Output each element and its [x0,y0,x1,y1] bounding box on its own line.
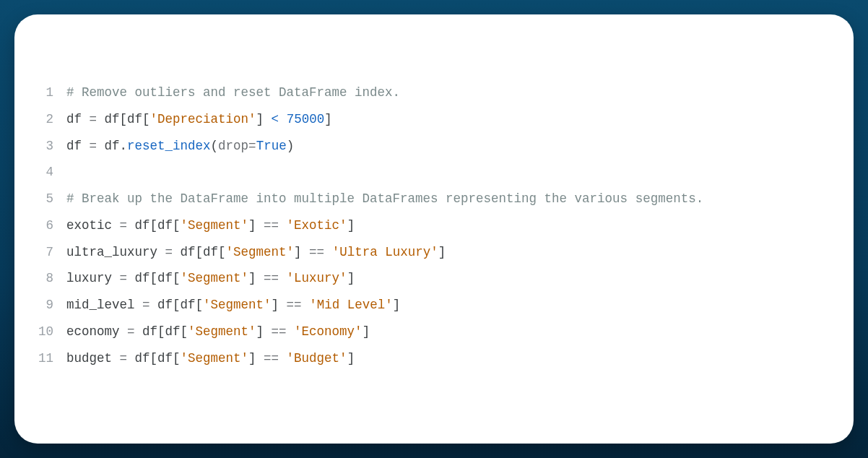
code-token [302,298,310,312]
code-token: = [127,324,135,339]
code-token: ] [324,112,332,126]
code-content: # Break up the DataFrame into multiple D… [66,186,703,212]
code-token: reset_index [127,139,211,153]
line-number: 6 [14,212,66,239]
code-token: 75000 [287,112,325,126]
code-token [279,218,287,233]
code-line: 3df = df.reset_index(drop=True) [14,133,854,160]
code-token: ) [287,139,295,153]
code-token: 'Economy' [294,324,363,339]
code-token: exotic [66,218,120,233]
code-token: == [264,351,279,366]
line-number: 4 [14,159,66,186]
code-content: ultra_luxury = df[df['Segment'] == 'Ultr… [66,239,446,266]
code-token: = [90,112,97,126]
code-token: ] [438,245,446,259]
code-line: 2df = df[df['Depreciation'] < 75000] [14,106,854,133]
code-token: ] [347,271,355,285]
line-number: 1 [14,79,66,106]
code-token: == [264,271,279,285]
code-token: 'Luxury' [287,271,347,285]
code-token: 'Depreciation' [150,112,256,126]
code-line: 9mid_level = df[df['Segment'] == 'Mid Le… [14,292,854,319]
code-token: ( [211,139,219,153]
code-token: = [165,245,173,259]
code-content [66,159,74,186]
code-token: 'Mid Level' [309,298,393,312]
code-token: True [256,139,287,153]
code-token: = [120,271,128,285]
code-token: df [66,112,90,126]
code-token [279,351,287,366]
code-token: df[df[ [135,324,188,339]
line-number: 5 [14,186,66,212]
code-token: ] [393,298,401,312]
code-token: ] [272,298,287,312]
code-token: 'Exotic' [287,218,347,233]
code-token [279,112,287,126]
code-token: 'Budget' [287,351,347,366]
code-token: df [66,139,90,153]
code-token: = [142,298,150,312]
code-token: df[df[ [150,298,204,312]
code-token: df. [97,139,127,153]
line-number: 8 [14,265,66,292]
code-token [324,245,332,259]
code-content: mid_level = df[df['Segment'] == 'Mid Lev… [66,292,400,319]
code-token: ] [294,245,309,259]
line-number: 10 [14,319,66,345]
code-token: 'Segment' [226,245,295,259]
code-token: ] [347,351,355,366]
code-token: luxury [66,271,120,285]
line-number: 3 [14,133,66,160]
code-token: 'Segment' [181,351,249,366]
code-token: == [287,298,302,312]
code-token: ultra_luxury [66,245,165,259]
code-token: 'Ultra Luxury' [332,245,438,259]
code-token: mid_level [66,298,142,312]
code-token: 'Segment' [203,298,272,312]
code-token [279,271,287,285]
code-content: # Remove outliers and reset DataFrame in… [66,79,400,106]
code-token: ] [347,218,355,233]
code-token: ] [248,271,264,285]
line-number: 7 [14,239,66,266]
code-token: = [120,218,128,233]
code-content: budget = df[df['Segment'] == 'Budget'] [66,345,355,372]
code-token: df[df[ [127,351,181,366]
code-line: 5# Break up the DataFrame into multiple … [14,186,854,212]
code-content: df = df[df['Depreciation'] < 75000] [66,106,332,133]
line-number: 9 [14,292,66,319]
code-line: 10economy = df[df['Segment'] == 'Economy… [14,319,854,345]
code-token: # Break up the DataFrame into multiple D… [66,191,703,206]
code-line: 1# Remove outliers and reset DataFrame i… [14,79,854,106]
code-token: = [120,351,128,366]
code-token: # Remove outliers and reset DataFrame in… [66,85,400,100]
line-number: 2 [14,106,66,133]
code-token: 'Segment' [188,324,256,339]
code-line: 6exotic = df[df['Segment'] == 'Exotic'] [14,212,854,239]
code-token: = [248,139,256,153]
code-line: 4 [14,159,854,186]
line-number: 11 [14,345,66,372]
code-token: ] [256,324,272,339]
code-content: luxury = df[df['Segment'] == 'Luxury'] [66,265,355,292]
code-token: ] [248,351,264,366]
code-content: df = df.reset_index(drop=True) [66,133,294,160]
code-token [287,324,295,339]
code-token: = [90,139,97,153]
code-token: df[df[ [173,245,226,259]
code-token: == [272,324,287,339]
code-token: ] [363,324,370,339]
code-token: drop [218,139,248,153]
code-token: economy [66,324,127,339]
code-token [66,165,74,179]
code-token: df[df[ [97,112,150,126]
code-token: == [264,218,279,233]
code-content: exotic = df[df['Segment'] == 'Exotic'] [66,212,355,239]
code-line: 8luxury = df[df['Segment'] == 'Luxury'] [14,265,854,292]
code-block: 1# Remove outliers and reset DataFrame i… [14,79,854,371]
code-token: ] [248,218,264,233]
code-token: ] [256,112,272,126]
code-line: 7ultra_luxury = df[df['Segment'] == 'Ult… [14,239,854,266]
